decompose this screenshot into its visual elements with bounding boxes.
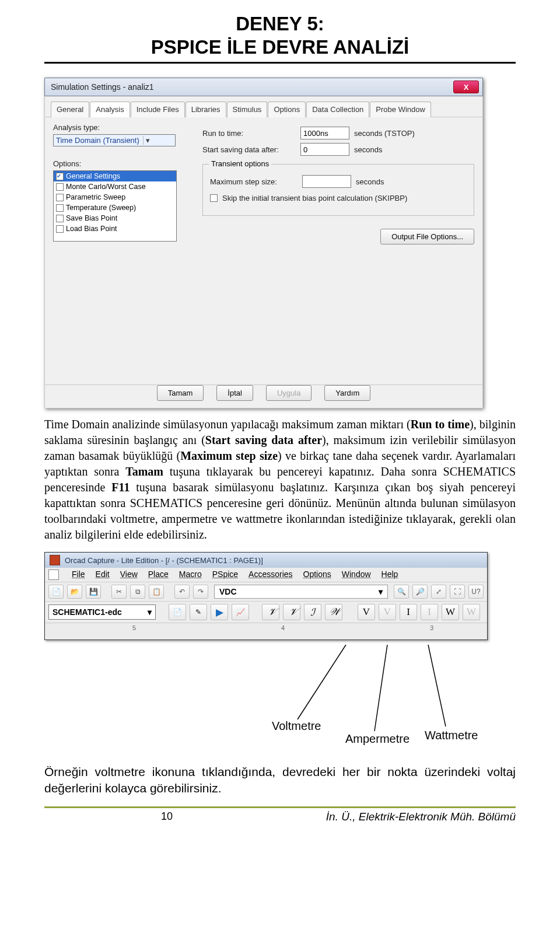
dialog-titlebar[interactable]: Simulation Settings - analiz1 X [44,78,483,96]
cancel-button[interactable]: İptal [216,385,253,401]
tab-data-collection[interactable]: Data Collection [306,102,369,117]
option-save-bias-point[interactable]: Save Bias Point [54,213,176,223]
max-step-unit: seconds [356,177,384,186]
marker-v-icon[interactable]: 𝒱 [262,604,279,620]
help-icon[interactable]: U? [468,585,484,599]
option-temperature-sweep[interactable]: Temperature (Sweep) [54,202,176,213]
cut-icon[interactable]: ✂ [111,585,127,599]
chevron-down-icon: ▾ [379,587,383,596]
sim-profile-icon[interactable]: 📄 [169,604,186,620]
chevron-down-icon: ▾ [143,136,153,145]
app-icon [50,555,60,565]
start-saving-unit: seconds [354,145,382,154]
orcad-menubar: File Edit View Place Macro PSpice Access… [45,568,487,582]
option-general-settings[interactable]: General Settings [54,171,176,181]
menu-file[interactable]: File [72,569,85,580]
max-step-label: Maximum step size: [210,177,298,186]
ammeter-button[interactable]: I [400,604,417,620]
menu-window[interactable]: Window [342,569,371,580]
svg-line-2 [428,645,446,726]
options-listbox[interactable]: General Settings Monte Carlo/Worst Case … [53,170,177,242]
option-monte-carlo[interactable]: Monte Carlo/Worst Case [54,181,176,192]
help-button[interactable]: Yardım [324,385,370,401]
sim-edit-icon[interactable]: ✎ [190,604,207,620]
output-file-options-button[interactable]: Output File Options... [380,229,474,244]
zoom-out-icon[interactable]: 🔎 [412,585,428,599]
analysis-type-value: Time Domain (Transient) [56,136,139,145]
svg-line-0 [298,645,346,719]
voltmeter-button[interactable]: V [358,604,375,620]
new-icon[interactable]: 📄 [48,585,64,599]
schematic-combo[interactable]: SCHEMATIC1-edc ▾ [48,604,156,620]
tab-libraries[interactable]: Libraries [186,102,226,117]
orcad-titlebar[interactable]: Orcad Capture - Lite Edition - [/ - (SCH… [45,553,487,568]
run-to-time-input[interactable] [300,127,349,139]
ammeter-diff-button[interactable]: I [421,604,438,620]
menu-help[interactable]: Help [382,569,398,580]
para-bold: Start saving data after [205,434,322,446]
analysis-type-combo[interactable]: Time Domain (Transient) ▾ [53,134,176,146]
title-rule [44,62,516,64]
copy-icon[interactable]: ⧉ [130,585,145,599]
wattmeter-diff-button[interactable]: W [463,604,480,620]
dialog-button-row: Tamam İptal Uygula Yardım [44,385,483,408]
close-button[interactable]: X [453,81,479,93]
undo-icon[interactable]: ↶ [174,585,190,599]
option-load-bias-point[interactable]: Load Bias Point [54,223,176,234]
page-footer: 10 İn. Ü., Elektrik-Elektronik Müh. Bölü… [44,806,516,823]
option-parametric-sweep[interactable]: Parametric Sweep [54,192,176,202]
menu-options[interactable]: Options [303,569,331,580]
option-label: General Settings [66,172,120,180]
paste-icon[interactable]: 📋 [149,585,164,599]
orcad-toolbar-2: SCHEMATIC1-edc ▾ 📄 ✎ ▶ 📈 𝒱 𝒱 ℐ 𝒲 V V I I… [45,601,487,623]
marker-w-icon[interactable]: 𝒲 [325,604,342,620]
doc-title-line1: DENEY 5: [44,13,516,35]
checkbox-icon [56,173,64,180]
tab-analysis[interactable]: Analysis [90,102,130,117]
checkbox-icon [56,194,64,201]
menu-place[interactable]: Place [148,569,169,580]
voltmeter-diff-button[interactable]: V [379,604,396,620]
svg-line-1 [374,645,387,731]
doc-icon [48,569,59,580]
paragraph-1: Time Domain analizinde simülasyonun yapı… [44,417,516,543]
save-icon[interactable]: 💾 [86,585,101,599]
orcad-title-text: Orcad Capture - Lite Edition - [/ - (SCH… [65,556,263,565]
tab-probe-window[interactable]: Probe Window [370,102,431,117]
zoom-fit-icon[interactable]: ⛶ [450,585,465,599]
tab-general[interactable]: General [51,102,89,117]
wattmeter-button[interactable]: W [442,604,459,620]
zoom-area-icon[interactable]: ⤢ [431,585,446,599]
menu-accessories[interactable]: Accessories [249,569,292,580]
apply-button[interactable]: Uygula [266,385,312,401]
menu-edit[interactable]: Edit [96,569,110,580]
checkbox-icon [56,183,64,191]
transient-group-title: Transient options [209,159,271,168]
marker-vdiff-icon[interactable]: 𝒱 [283,604,300,620]
tab-stimulus[interactable]: Stimulus [227,102,268,117]
menu-view[interactable]: View [120,569,138,580]
menu-pspice[interactable]: PSpice [212,569,238,580]
run-icon[interactable]: ▶ [211,604,228,620]
tab-include-files[interactable]: Include Files [131,102,185,117]
view-results-icon[interactable]: 📈 [232,604,249,620]
max-step-input[interactable] [302,175,351,188]
zoom-in-icon[interactable]: 🔍 [394,585,409,599]
ruler-mark-5: 5 [132,624,136,631]
skip-checkbox[interactable] [210,194,218,202]
part-name-combo[interactable]: VDC ▾ [214,585,388,599]
open-icon[interactable]: 📂 [67,585,82,599]
para-bold: F11 [111,481,130,494]
marker-i-icon[interactable]: ℐ [304,604,321,620]
redo-icon[interactable]: ↷ [193,585,208,599]
simulation-settings-dialog: Simulation Settings - analiz1 X General … [44,78,483,408]
checkbox-icon [56,215,64,222]
page-number: 10 [161,810,173,823]
run-to-time-unit: seconds (TSTOP) [354,129,415,138]
checkbox-icon [56,225,64,233]
orcad-toolbar-1: 📄 📂 💾 ✂ ⧉ 📋 ↶ ↷ VDC ▾ 🔍 🔎 ⤢ ⛶ U? [45,582,487,601]
menu-macro[interactable]: Macro [179,569,202,580]
tab-options[interactable]: Options [268,102,306,117]
ok-button[interactable]: Tamam [157,385,204,401]
start-saving-input[interactable] [300,143,349,156]
